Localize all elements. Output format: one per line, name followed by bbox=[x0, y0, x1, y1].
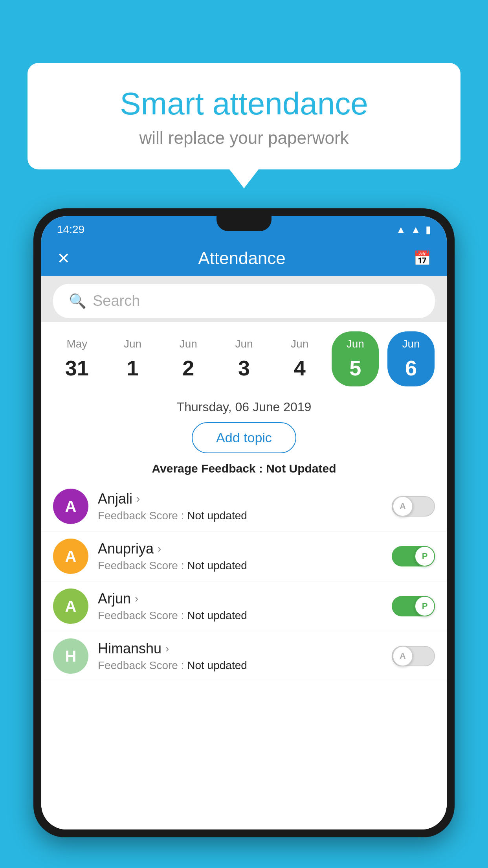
cal-month: Jun bbox=[347, 338, 364, 350]
student-item[interactable]: H Himanshu › Feedback Score : Not update… bbox=[41, 631, 447, 681]
student-feedback: Feedback Score : Not updated bbox=[98, 559, 382, 572]
cal-date: 1 bbox=[127, 356, 139, 380]
calendar-day-3[interactable]: Jun 3 bbox=[220, 331, 268, 386]
cal-date: 2 bbox=[182, 356, 194, 380]
speech-subtitle: will replace your paperwork bbox=[47, 128, 441, 148]
calendar-day-31[interactable]: May 31 bbox=[53, 331, 101, 386]
avg-feedback: Average Feedback : Not Updated bbox=[41, 460, 447, 482]
student-item[interactable]: A Anjali › Feedback Score : Not updated … bbox=[41, 482, 447, 531]
search-icon: 🔍 bbox=[69, 293, 86, 309]
attendance-toggle[interactable]: A bbox=[392, 496, 435, 517]
add-topic-container: Add topic bbox=[41, 418, 447, 460]
student-info: Anjali › Feedback Score : Not updated bbox=[98, 491, 382, 522]
cal-date: 5 bbox=[349, 356, 361, 380]
chevron-icon: › bbox=[135, 592, 138, 605]
phone-frame: 14:29 ▲ ▲ ▮ ✕ Attendance 📅 🔍 bbox=[33, 208, 455, 837]
speech-title: Smart attendance bbox=[47, 86, 441, 121]
student-name: Anjali › bbox=[98, 491, 382, 507]
calendar-day-5[interactable]: Jun 5 bbox=[332, 331, 379, 386]
student-avatar: A bbox=[53, 489, 88, 524]
battery-icon: ▮ bbox=[426, 224, 431, 236]
toggle-knob: A bbox=[393, 646, 413, 666]
student-avatar: A bbox=[53, 539, 88, 574]
calendar-day-6[interactable]: Jun 6 bbox=[387, 331, 435, 386]
phone-notch bbox=[216, 216, 272, 231]
toggle-knob: A bbox=[393, 496, 413, 517]
student-feedback: Feedback Score : Not updated bbox=[98, 509, 382, 522]
avg-feedback-label: Average Feedback : bbox=[152, 462, 262, 475]
calendar-strip: May 31 Jun 1 Jun 2 Jun 3 Jun 4 Jun 5 Jun… bbox=[41, 322, 447, 390]
cal-month: Jun bbox=[291, 338, 308, 350]
signal-icon: ▲ bbox=[411, 224, 421, 236]
app-content: 🔍 Search May 31 Jun 1 Jun 2 Jun 3 Jun 4 … bbox=[41, 276, 447, 829]
cal-month: Jun bbox=[124, 338, 141, 350]
status-icons: ▲ ▲ ▮ bbox=[396, 224, 431, 236]
student-name: Anupriya › bbox=[98, 541, 382, 557]
cal-date: 31 bbox=[65, 356, 89, 380]
cal-date: 4 bbox=[294, 356, 306, 380]
chevron-icon: › bbox=[136, 493, 140, 505]
student-feedback: Feedback Score : Not updated bbox=[98, 659, 382, 672]
status-time: 14:29 bbox=[57, 223, 84, 236]
student-name: Arjun › bbox=[98, 590, 382, 607]
cal-date: 3 bbox=[238, 356, 250, 380]
student-info: Arjun › Feedback Score : Not updated bbox=[98, 590, 382, 622]
student-info: Anupriya › Feedback Score : Not updated bbox=[98, 541, 382, 572]
attendance-toggle[interactable]: A bbox=[392, 646, 435, 666]
cal-month: Jun bbox=[235, 338, 253, 350]
toggle-knob: P bbox=[415, 596, 435, 616]
student-avatar: H bbox=[53, 638, 88, 674]
toggle-knob: P bbox=[415, 546, 435, 566]
cal-date: 6 bbox=[405, 356, 417, 380]
speech-bubble-container: Smart attendance will replace your paper… bbox=[28, 63, 460, 169]
add-topic-button[interactable]: Add topic bbox=[192, 422, 296, 453]
chevron-icon: › bbox=[165, 642, 169, 655]
student-avatar: A bbox=[53, 588, 88, 624]
student-feedback: Feedback Score : Not updated bbox=[98, 609, 382, 622]
close-button[interactable]: ✕ bbox=[57, 249, 70, 267]
calendar-day-4[interactable]: Jun 4 bbox=[276, 331, 323, 386]
cal-month: May bbox=[66, 338, 87, 350]
student-name: Himanshu › bbox=[98, 640, 382, 657]
app-bar: ✕ Attendance 📅 bbox=[41, 241, 447, 276]
cal-month: Jun bbox=[402, 338, 420, 350]
calendar-day-2[interactable]: Jun 2 bbox=[165, 331, 212, 386]
attendance-toggle[interactable]: P bbox=[392, 546, 435, 566]
student-item[interactable]: A Anupriya › Feedback Score : Not update… bbox=[41, 531, 447, 581]
app-bar-title: Attendance bbox=[198, 248, 286, 268]
wifi-icon: ▲ bbox=[396, 224, 406, 236]
search-placeholder: Search bbox=[93, 292, 140, 309]
cal-month: Jun bbox=[180, 338, 197, 350]
chevron-icon: › bbox=[158, 542, 161, 555]
attendance-toggle[interactable]: P bbox=[392, 596, 435, 616]
phone-container: 14:29 ▲ ▲ ▮ ✕ Attendance 📅 🔍 bbox=[33, 208, 455, 868]
student-list: A Anjali › Feedback Score : Not updated … bbox=[41, 482, 447, 829]
student-item[interactable]: A Arjun › Feedback Score : Not updated P bbox=[41, 581, 447, 631]
speech-bubble: Smart attendance will replace your paper… bbox=[28, 63, 460, 169]
search-bar-container: 🔍 Search bbox=[41, 276, 447, 322]
selected-date-label: Thursday, 06 June 2019 bbox=[41, 390, 447, 418]
calendar-day-1[interactable]: Jun 1 bbox=[109, 331, 156, 386]
search-bar[interactable]: 🔍 Search bbox=[53, 284, 435, 318]
phone-inner: 14:29 ▲ ▲ ▮ ✕ Attendance 📅 🔍 bbox=[41, 216, 447, 829]
student-info: Himanshu › Feedback Score : Not updated bbox=[98, 640, 382, 672]
calendar-icon[interactable]: 📅 bbox=[413, 250, 431, 267]
avg-feedback-value: Not Updated bbox=[266, 462, 336, 475]
